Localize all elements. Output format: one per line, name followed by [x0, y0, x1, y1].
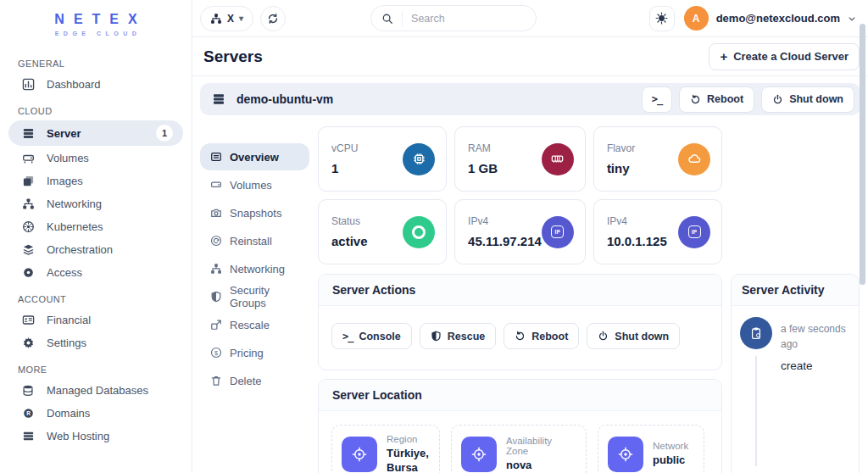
stat-label: Flavor [607, 142, 635, 154]
tab-label: Volumes [230, 179, 272, 192]
dollar-circle-icon: $ [209, 347, 222, 359]
sidebar-item-managed-databases[interactable]: Managed Databases [8, 379, 183, 401]
sitemap-icon [21, 197, 35, 210]
timeline-line [755, 356, 757, 466]
tab-volumes[interactable]: Volumes [200, 171, 309, 198]
rescue-label: Rescue [448, 331, 485, 342]
sidebar-item-server[interactable]: Server 1 [8, 120, 183, 146]
sidebar-item-label: Volumes [47, 152, 89, 164]
reboot-label: Reboot [531, 331, 568, 342]
sidebar-item-label: Domains [47, 407, 90, 420]
stat-value: active [331, 234, 368, 248]
activity-column: Server Activity a few seconds ago create [731, 126, 860, 473]
drive-icon [21, 151, 35, 164]
tab-label: Security Groups [230, 284, 300, 309]
server-actions-card: Server Actions >_ Console Rescue [318, 274, 722, 370]
reboot-button[interactable]: Reboot [504, 323, 579, 349]
sidebar-item-volumes[interactable]: Volumes [8, 147, 183, 169]
location-value: nova [506, 459, 576, 473]
svg-text:$: $ [214, 350, 218, 356]
logo-tagline: EDGE CLOUD [0, 31, 192, 36]
stat-card-flavor: Flavor tiny [593, 126, 722, 192]
console-button[interactable]: >_ [642, 86, 672, 113]
server-activity-card: Server Activity a few seconds ago create [731, 274, 860, 473]
sun-icon [655, 12, 668, 25]
stat-card-vcpu: vCPU 1 [318, 126, 447, 192]
sidebar-item-settings[interactable]: Settings [8, 331, 183, 353]
tab-overview[interactable]: Overview [200, 143, 309, 170]
power-icon [772, 94, 783, 105]
stat-value: 1 GB [468, 161, 498, 175]
tab-reinstall[interactable]: Reinstall [200, 227, 309, 254]
kubernetes-icon [21, 220, 35, 233]
netex-logo: NETEX EDGE CLOUD [0, 12, 192, 36]
sidebar-item-images[interactable]: Images [8, 170, 183, 192]
sidebar-item-label: Orchestration [47, 243, 113, 256]
stat-label: Status [331, 215, 368, 227]
sidebar-item-orchestration[interactable]: Orchestration [8, 238, 183, 260]
scrollbar-thumb[interactable] [860, 24, 865, 285]
sidebar-item-networking[interactable]: Networking [8, 192, 183, 214]
project-selector-label: X [227, 13, 234, 25]
chevron-down-icon [848, 14, 856, 23]
create-cloud-server-button[interactable]: + Create a Cloud Server [709, 43, 860, 70]
activity-event: a few seconds ago create [732, 306, 859, 473]
server-icon [212, 92, 225, 106]
tab-snapshots[interactable]: Snapshots [200, 199, 309, 226]
sidebar-item-label: Access [47, 266, 82, 279]
reboot-button[interactable]: Reboot [679, 86, 754, 113]
tab-networking[interactable]: Networking [200, 255, 309, 282]
sidebar: NETEX EDGE CLOUD GENERAL Dashboard CLOUD… [0, 0, 192, 473]
shutdown-button[interactable]: Shut down [587, 323, 680, 349]
server-actions-title: Server Actions [319, 275, 721, 306]
search-input[interactable] [411, 13, 526, 25]
crosshair-icon [342, 437, 377, 472]
console-button[interactable]: >_ Console [331, 323, 412, 349]
shield-icon [209, 291, 222, 303]
tab-delete[interactable]: Delete [200, 367, 309, 394]
project-selector-button[interactable]: X ▾ [200, 6, 253, 31]
shutdown-button[interactable]: Shut down [761, 86, 854, 113]
sidebar-item-access[interactable]: Access [8, 261, 183, 283]
caret-down-icon: ▾ [239, 14, 243, 23]
stat-label: RAM [468, 142, 498, 154]
user-menu[interactable]: A demo@netexcloud.com [684, 6, 856, 31]
topbar-right: A demo@netexcloud.com [649, 6, 856, 31]
logo-name: NETEX [0, 12, 192, 27]
sidebar-item-dashboard[interactable]: Dashboard [8, 73, 183, 95]
server-location-items: Region Türkiye, Bursa Availability Zone … [319, 411, 721, 473]
plus-icon: + [720, 49, 727, 64]
bar-chart-icon [21, 77, 35, 91]
tab-pricing[interactable]: $ Pricing [200, 339, 309, 366]
sitemap-icon [209, 263, 222, 275]
server-activity-title: Server Activity [732, 275, 859, 306]
theme-toggle-button[interactable] [649, 6, 675, 31]
layers-icon [21, 242, 35, 256]
refresh-button[interactable] [260, 6, 286, 31]
rescue-button[interactable]: Rescue [420, 323, 496, 349]
tab-rescale[interactable]: Rescale [200, 311, 309, 338]
stat-value: 10.0.1.125 [607, 234, 667, 248]
sidebar-item-financial[interactable]: Financial [8, 309, 183, 331]
sidebar-item-label: Managed Databases [47, 384, 148, 397]
stat-cards: vCPU 1 RAM 1 GB [318, 126, 722, 264]
sidebar-item-label: Web Hosting [47, 430, 109, 442]
location-item-region: Region Türkiye, Bursa [331, 425, 440, 473]
camera-icon [209, 207, 222, 220]
tab-security-groups[interactable]: Security Groups [200, 283, 309, 310]
terminal-icon: >_ [342, 331, 353, 342]
stat-card-ram: RAM 1 GB [454, 126, 586, 192]
main-area: X ▾ A demo@netexcloud.com [192, 0, 868, 473]
sidebar-item-label: Dashboard [47, 78, 101, 91]
stat-label: IPv4 [468, 215, 542, 227]
memory-icon [542, 143, 574, 175]
section-label-general: GENERAL [18, 58, 192, 69]
cloud-icon [678, 143, 710, 175]
status-ring-icon [403, 216, 435, 248]
sidebar-item-web-hosting[interactable]: Web Hosting [8, 425, 183, 447]
id-card-icon [21, 313, 35, 326]
reboot-icon [515, 331, 526, 342]
sync-icon [267, 13, 279, 25]
sidebar-item-domains[interactable]: R Domains [8, 402, 183, 424]
sidebar-item-kubernetes[interactable]: Kubernetes [8, 215, 183, 237]
